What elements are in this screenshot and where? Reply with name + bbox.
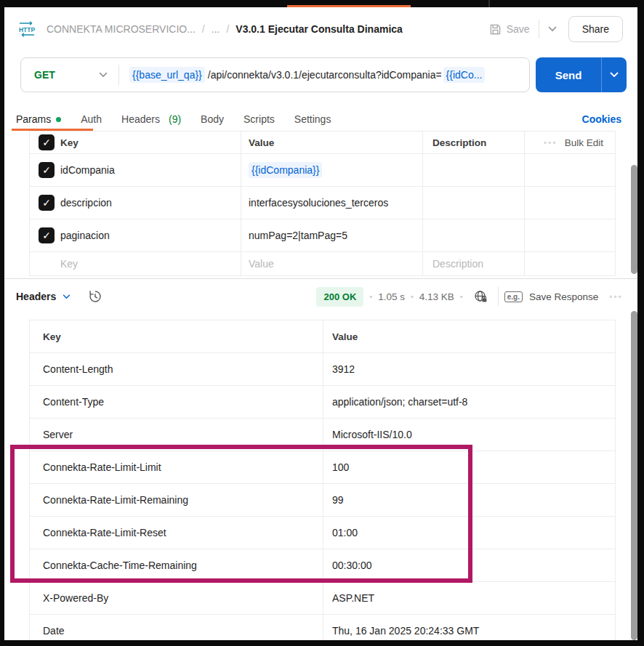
save-label: Save [507,23,530,35]
params-unsaved-dot [56,117,61,122]
send-label: Send [536,69,601,81]
http-method-icon: HTTP [16,21,38,37]
param-variable-chip[interactable]: {{idCompania}} [249,162,322,178]
tab-scripts[interactable]: Scripts [243,113,275,125]
header-key: Connekta-Cache-Time-Remaining [30,549,323,581]
table-row: Connekta-Cache-Time-Remaining 00:30:00 [30,549,615,582]
param-checkbox[interactable]: ✓ [39,162,55,178]
param-value-input[interactable]: {{idCompania}} [241,154,422,186]
response-header-row: Key Value [30,320,615,353]
param-key-input[interactable]: idCompania [55,154,241,186]
network-lock-icon[interactable] [473,289,489,304]
cookies-link[interactable]: Cookies [582,113,621,125]
params-table: ✓ Key Value Description ◦◦◦ Bulk Edit ✓ … [29,131,616,276]
param-checkbox[interactable]: ✓ [39,227,55,243]
send-button[interactable]: Send [536,57,627,92]
response-headers-table: Key Value Content-Length 3912 Content-Ty… [29,320,616,640]
request-panel: HTTP CONNEKTA MICROSERVICIO... / ... / V… [4,7,637,640]
send-options-chevron-down-icon[interactable] [602,72,627,78]
separator-dot: • [460,292,463,301]
breadcrumb-collection[interactable]: CONNEKTA MICROSERVICIO... [47,23,196,35]
share-button[interactable]: Share [568,16,623,42]
param-description-input[interactable]: Description [422,252,524,275]
active-request-tab-indicator [287,5,411,7]
header-key: Date [30,615,323,640]
select-all-checkbox[interactable]: ✓ [39,134,55,150]
param-description-input[interactable] [422,219,524,251]
param-description-input[interactable] [422,187,524,219]
method-chevron-down-icon [99,72,108,78]
params-col-description: Description [422,132,524,153]
save-response-button[interactable]: Save Response [529,291,598,302]
save-options-chevron-down-icon[interactable] [548,26,557,32]
response-col-key: Key [30,320,323,352]
param-key-input[interactable]: Key [55,252,241,275]
example-icon: e.g. [504,291,523,302]
breadcrumb: CONNEKTA MICROSERVICIO... / ... / V3.0.1… [47,23,403,35]
breadcrumb-ellipsis[interactable]: ... [212,23,220,35]
param-value-input[interactable]: Value [241,252,422,275]
svg-text:HTTP: HTTP [19,26,36,33]
response-size[interactable]: 4.13 KB [419,291,454,302]
url-base-variable-chip[interactable]: {{base_url_qa}} [129,67,205,83]
response-more-options-icon[interactable]: ◦◦◦ [609,291,623,302]
params-header-row: ✓ Key Value Description ◦◦◦ Bulk Edit [30,132,615,154]
tab-headers-label: Headers [121,113,160,125]
tab-params[interactable]: Params [16,113,61,125]
table-row: Content-Length 3912 [30,353,615,386]
table-row: Content-Type application/json; charset=u… [30,386,615,419]
save-button[interactable]: Save [489,23,530,36]
param-value-input[interactable]: interfacesysoluciones_terceros [241,187,422,219]
table-row: Connekta-Rate-Limit-Reset 01:00 [30,517,615,549]
tab-settings[interactable]: Settings [294,113,331,125]
tab-params-label: Params [16,113,51,125]
breadcrumb-separator: / [202,23,205,35]
tab-body[interactable]: Body [201,113,224,125]
method-selector[interactable]: GET [21,69,118,81]
table-row: Connekta-Rate-Limit-Remaining 99 [30,484,615,517]
status-badge[interactable]: 200 OK [316,287,363,307]
tab-headers[interactable]: Headers (9) [121,113,181,125]
header-key: Connekta-Rate-Limit-Limit [30,451,323,483]
request-tab-bar: Params Auth Headers (9) Body Scripts Set… [16,109,331,129]
request-title: V3.0.1 Ejecutar Consulta Dinamica [236,23,403,35]
header-value: 3912 [323,353,615,385]
url-bar: GET {{base_url_qa}} /api/connekta/v3.0.1… [20,57,530,92]
param-key-input[interactable]: descripcion [55,187,241,219]
bulk-edit-button[interactable]: Bulk Edit [565,137,603,148]
param-row: ✓ idCompania {{idCompania}} [30,154,615,187]
request-header: HTTP CONNEKTA MICROSERVICIO... / ... / V… [4,7,637,51]
more-options-icon[interactable]: ◦◦◦ [544,137,558,148]
history-icon[interactable] [88,289,102,304]
param-row: ✓ descripcion interfacesysoluciones_terc… [30,187,615,219]
url-param-variable-chip[interactable]: {{idCo... [443,67,486,83]
param-description-input[interactable] [422,154,524,186]
header-key: Connekta-Rate-Limit-Remaining [30,484,323,516]
table-row: Connekta-Rate-Limit-Limit 100 [30,451,615,484]
header-value: ASP.NET [323,582,615,614]
response-scrollbar[interactable] [631,311,637,640]
separator-dot: • [411,292,414,301]
method-label: GET [34,69,55,81]
param-row: ✓ paginacion numPag=2|tamPag=5 [30,219,615,252]
tab-auth[interactable]: Auth [81,113,102,125]
headers-count: (9) [169,113,181,125]
table-row: Date Thu, 16 Jan 2025 20:24:33 GMT [30,615,615,640]
param-checkbox[interactable]: ✓ [39,195,55,211]
header-value: 00:30:00 [323,549,615,581]
header-value: 99 [323,484,615,516]
response-view-label: Headers [16,291,56,302]
response-view-chevron-down-icon [63,294,71,299]
app-window: { "colors": { "accent_orange": "#ef6c35"… [0,0,644,646]
params-scrollbar[interactable] [631,165,637,274]
url-input[interactable]: {{base_url_qa}} /api/connekta/v3.0.1/eje… [119,67,529,83]
header-value: Microsoft-IIS/10.0 [323,419,615,451]
tab-bar-divider [488,0,490,7]
param-key-input[interactable]: paginacion [55,219,241,251]
param-value-input[interactable]: numPag=2|tamPag=5 [241,219,422,251]
response-toolbar: Headers 200 OK • 1.05 s • 4.13 KB • e.g.… [4,279,637,314]
divider [539,20,539,39]
response-time[interactable]: 1.05 s [378,291,405,302]
separator-dot: • [369,292,372,301]
response-view-selector[interactable]: Headers [16,291,71,302]
